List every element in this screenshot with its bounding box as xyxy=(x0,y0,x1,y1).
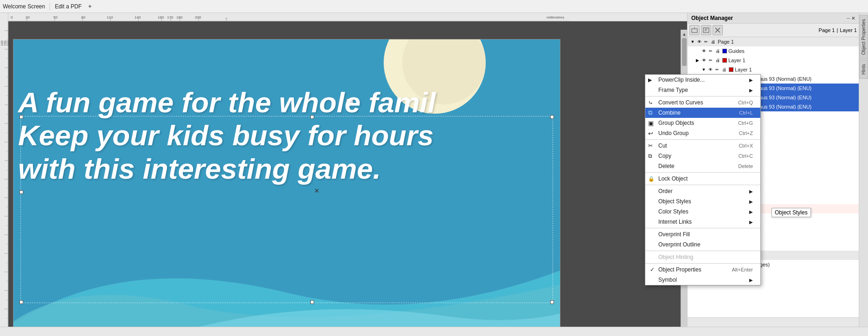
cm-color-styles-label: Color Styles xyxy=(658,208,688,215)
cm-overprint-outline[interactable]: Overprint Outline xyxy=(645,239,760,250)
cm-sep1 xyxy=(645,96,760,97)
cm-object-styles-arrow: ▶ xyxy=(749,199,753,204)
cm-object-hinting: Object Hinting xyxy=(645,252,760,262)
cm-internet-links[interactable]: Internet Links ▶ xyxy=(645,217,760,227)
svg-text:140: 140 xyxy=(135,15,141,19)
panel-close-btn[interactable]: ✕ xyxy=(851,16,855,21)
cm-combine-icon: ⧉ xyxy=(648,109,652,116)
layer1-inner-eye[interactable]: 👁 xyxy=(707,66,714,73)
hints-tab[interactable]: Hints xyxy=(859,60,868,79)
new-layer-btn[interactable] xyxy=(689,25,700,35)
cm-frametype-arrow: ▶ xyxy=(749,88,753,93)
cm-order-arrow: ▶ xyxy=(749,189,753,194)
cm-ungroup-icon: ↩ xyxy=(648,130,653,137)
cm-group-label: Group Objects xyxy=(658,120,694,126)
cm-overprint-fill-label: Overprint Fill xyxy=(658,231,690,238)
panel-minimize-btn[interactable]: ─ xyxy=(847,16,850,21)
layer1-inner-swatch xyxy=(729,67,733,72)
cm-convert-curves[interactable]: ⤷ Convert to Curves Ctrl+Q xyxy=(645,97,760,108)
layer1-inner-edit[interactable]: ✏ xyxy=(714,66,720,73)
expand-layer1-outer[interactable]: ▶ xyxy=(694,57,701,64)
handle-ml[interactable] xyxy=(19,190,23,194)
expand-page1[interactable]: ▼ xyxy=(689,39,696,45)
context-menu[interactable]: ▶ PowerClip Inside... ▶ Frame Type ▶ ⤷ C… xyxy=(645,74,761,285)
cm-overprint-outline-label: Overprint Outline xyxy=(658,241,701,248)
tree-layer1-inner[interactable]: ▼ 👁 ✏ 🖨 Layer 1 xyxy=(688,65,859,74)
layer1-outer-eye[interactable]: 👁 xyxy=(701,57,707,64)
cm-group-icon: ▣ xyxy=(648,120,654,127)
cm-color-styles[interactable]: Color Styles ▶ xyxy=(645,207,760,217)
cm-frametype-label: Frame Type xyxy=(658,87,688,93)
handle-bm[interactable] xyxy=(310,300,314,304)
cm-internet-links-arrow: ▶ xyxy=(749,220,753,225)
cm-convert-icon: ⤷ xyxy=(648,99,653,106)
cm-combine[interactable]: ⧉ Combine Ctrl+L xyxy=(645,108,760,118)
cm-group[interactable]: ▣ Group Objects Ctrl+G xyxy=(645,118,760,128)
svg-text:200: 200 xyxy=(195,15,201,19)
cm-color-styles-arrow: ▶ xyxy=(749,209,753,214)
cm-sep2 xyxy=(645,139,760,140)
top-bar: Welcome Screen Edit a PDF + xyxy=(0,0,868,13)
welcome-screen-tab[interactable]: Welcome Screen xyxy=(3,3,45,10)
layer1-inner-icons: 👁 ✏ 🖨 xyxy=(707,66,727,73)
cursor-indicator: ✕ xyxy=(314,187,320,194)
text-line-3: with this interesting game. xyxy=(18,152,542,185)
cm-powerclip-arrow: ▶ xyxy=(749,78,753,83)
cm-copy[interactable]: ⧉ Copy Ctrl+C xyxy=(645,151,760,161)
design-canvas[interactable]: ✕ A fun game for the whole famil Keep yo… xyxy=(8,30,687,327)
page1-edit[interactable]: ✏ xyxy=(703,39,709,45)
expand-layer1-inner[interactable]: ▼ xyxy=(701,66,707,73)
cm-cut-label: Cut xyxy=(658,142,667,149)
handle-br[interactable] xyxy=(550,300,554,304)
layer1-outer-edit[interactable]: ✏ xyxy=(707,57,714,64)
cm-object-properties[interactable]: ✓ Object Properties Alt+Enter xyxy=(645,265,760,275)
cm-copy-shortcut: Ctrl+C xyxy=(729,153,753,159)
guides-label: Guides xyxy=(728,48,745,54)
layer1-outer-swatch xyxy=(722,58,727,63)
guides-edit[interactable]: ✏ xyxy=(707,48,714,54)
text-line-1: A fun game for the whole famil xyxy=(18,86,542,119)
cm-symbol[interactable]: Symbol ▶ xyxy=(645,275,760,285)
tree-guides[interactable]: 👁 ✏ 🖨 Guides xyxy=(688,46,859,56)
cm-delete-shortcut: Delete xyxy=(729,163,753,169)
svg-text:180: 180 xyxy=(176,15,183,19)
cm-lock-icon: 🔒 xyxy=(648,176,655,182)
cm-cut[interactable]: ✂ Cut Ctrl+X xyxy=(645,141,760,151)
cm-order-label: Order xyxy=(658,188,673,194)
cm-object-styles[interactable]: Object Styles ▶ xyxy=(645,196,760,207)
expand-guides[interactable] xyxy=(694,48,701,54)
layer1-outer-label: Layer 1 xyxy=(728,58,746,63)
handle-bl[interactable] xyxy=(19,300,23,304)
layer1-inner-print[interactable]: 🖨 xyxy=(721,66,727,73)
new-master-layer-btn[interactable] xyxy=(701,25,711,35)
cm-order[interactable]: Order ▶ xyxy=(645,186,760,196)
page1-print[interactable]: 🖨 xyxy=(710,39,716,45)
layer1-outer-print[interactable]: 🖨 xyxy=(714,57,721,64)
guides-print[interactable]: 🖨 xyxy=(714,48,721,54)
page1-eye[interactable]: 👁 xyxy=(696,39,702,45)
object-properties-tab[interactable]: Object Properties xyxy=(859,15,868,59)
cm-internet-links-label: Internet Links xyxy=(658,219,692,225)
cm-object-hinting-label: Object Hinting xyxy=(658,254,693,260)
svg-text:20: 20 xyxy=(26,15,30,19)
add-tab-button[interactable]: + xyxy=(86,3,93,10)
canvas-area[interactable]: 0 20 50 80 110 140 160 170 180 200 xyxy=(8,13,687,327)
scroll-thumb[interactable] xyxy=(682,38,687,66)
cm-delete[interactable]: Delete Delete xyxy=(645,161,760,171)
cm-object-styles-label: Object Styles xyxy=(658,198,691,205)
cm-ungroup[interactable]: ↩ Undo Group Ctrl+Z xyxy=(645,128,760,138)
scroll-up-arrow[interactable]: ▲ xyxy=(682,32,687,37)
cm-frametype[interactable]: Frame Type ▶ xyxy=(645,85,760,95)
tree-layer1-outer[interactable]: ▶ 👁 ✏ 🖨 Layer 1 xyxy=(688,56,859,65)
cm-lock[interactable]: 🔒 Lock Object xyxy=(645,174,760,184)
panel-header: Object Manager ─ ✕ xyxy=(688,13,859,24)
guides-eye[interactable]: 👁 xyxy=(701,48,707,54)
tree-page1[interactable]: ▼ 👁 ✏ 🖨 Page 1 xyxy=(688,37,859,46)
delete-layer-btn[interactable] xyxy=(713,25,723,35)
cm-powerclip[interactable]: ▶ PowerClip Inside... ▶ xyxy=(645,75,760,85)
edit-pdf-tab[interactable]: Edit a PDF xyxy=(55,3,82,10)
handle-tr[interactable] xyxy=(550,115,554,119)
svg-text:160: 160 xyxy=(158,15,164,19)
cm-overprint-fill[interactable]: Overprint Fill xyxy=(645,229,760,239)
svg-text:...: ... xyxy=(225,15,228,19)
